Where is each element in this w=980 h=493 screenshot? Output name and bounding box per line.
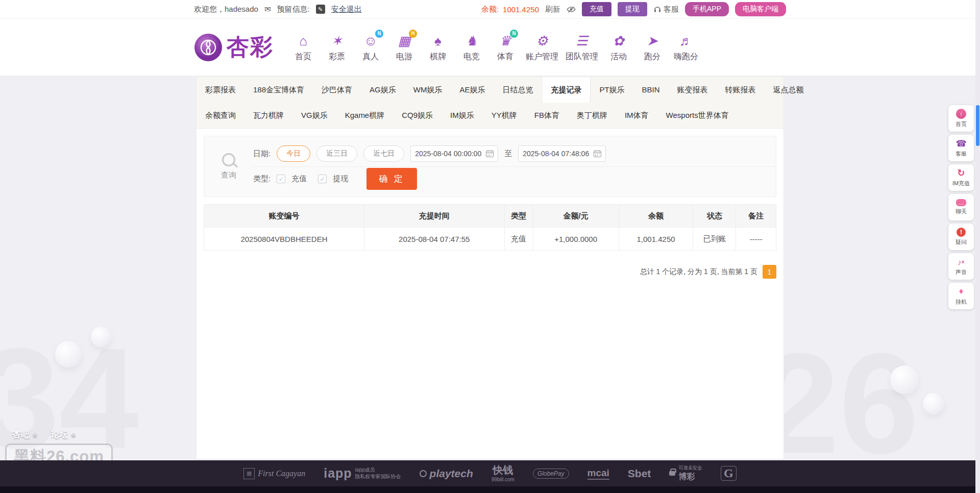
tab-item[interactable]: 余额查询 — [197, 103, 244, 128]
report-tabs: 彩票报表 188金宝博体育 沙巴体育 AG娱乐 WM娱乐 AE娱乐 日结总览 充… — [197, 77, 783, 129]
quick-date-3days[interactable]: 近三日 — [316, 145, 357, 162]
sidebar-im-recharge[interactable]: IM充值 — [948, 164, 974, 191]
calendar-icon — [486, 150, 494, 157]
refresh-link[interactable]: 刷新 — [545, 5, 560, 14]
tab-item[interactable]: 日结总览 — [494, 77, 542, 103]
page-1-button[interactable]: 1 — [763, 265, 776, 279]
balance-label: 余额: — [481, 5, 499, 14]
nav-item-sports[interactable]: N 体育 — [491, 31, 520, 64]
lottery-icon — [331, 34, 342, 47]
logo-text: 杏彩 — [227, 32, 274, 62]
nav-item-esports[interactable]: 电竞 — [457, 31, 486, 64]
customer-service-link[interactable]: 客服 — [653, 5, 679, 14]
playtech-logo-icon — [420, 470, 427, 477]
tab-item[interactable]: 瓦力棋牌 — [244, 103, 292, 128]
mobile-app-button[interactable]: 手机APP — [685, 2, 729, 16]
nav-item-egames[interactable]: H 电游 — [390, 31, 419, 64]
sidebar-hangup[interactable]: 挂机 — [948, 283, 974, 309]
tab-item[interactable]: 奥丁棋牌 — [568, 103, 616, 128]
tab-item[interactable]: AE娱乐 — [451, 77, 494, 103]
calendar-icon — [594, 150, 601, 157]
welcome-text: 欢迎您，hadesado — [194, 5, 258, 14]
partner-globepay: GlobePay — [533, 469, 569, 479]
nav-item-live-casino[interactable]: N 真人 — [356, 31, 385, 64]
partner-iapp: iapp iapp成员 隐私权专家国际协会 — [324, 466, 401, 481]
cell-status: 已到账 — [693, 228, 736, 251]
account-icon — [536, 34, 548, 47]
site-header: 杏彩 首页 彩票 N 真人 H 电游 棋牌 — [0, 19, 980, 76]
deposit-checkbox-label[interactable]: 充值 — [291, 174, 307, 184]
hangup-icon — [959, 286, 964, 297]
sidebar-question[interactable]: 疑问 — [948, 224, 974, 250]
cell-balance: 1,001.4250 — [619, 228, 693, 251]
tab-item[interactable]: 沙巴体育 — [313, 77, 361, 103]
tab-item[interactable]: IM体育 — [616, 103, 657, 128]
tab-item[interactable]: 188金宝博体育 — [244, 77, 313, 103]
tab-item[interactable]: 彩票报表 — [197, 77, 244, 103]
tab-item-active[interactable]: 充提记录 — [542, 77, 591, 103]
bottom-bar — [0, 486, 980, 493]
deposit-checkbox[interactable] — [277, 175, 285, 183]
tab-item[interactable]: FB体育 — [526, 103, 568, 128]
live-casino-icon — [364, 34, 378, 47]
tab-item[interactable]: 转账报表 — [717, 77, 765, 103]
scrollbar-thumb[interactable] — [976, 105, 979, 146]
col-header-amount: 金额/元 — [533, 205, 619, 228]
egames-icon — [398, 34, 411, 47]
sidebar-chat[interactable]: 聊天 — [948, 194, 974, 220]
sidebar-sound[interactable]: 声音 — [948, 253, 974, 280]
eye-off-icon[interactable] — [567, 6, 576, 13]
withdraw-checkbox[interactable] — [318, 175, 327, 183]
tab-item[interactable]: IM娱乐 — [442, 103, 483, 128]
mail-icon[interactable]: ✉ — [264, 5, 271, 14]
sidebar-home[interactable]: 首页 — [948, 105, 974, 132]
table-row: 20250804VBDBHEEDEH 2025-08-04 07:47:55 充… — [204, 228, 776, 251]
confirm-button[interactable]: 确 定 — [366, 168, 417, 190]
nav-item-cards[interactable]: 棋牌 — [424, 31, 452, 64]
tab-item[interactable]: 账变报表 — [669, 77, 717, 103]
nav-item-paofen[interactable]: 跑分 — [638, 31, 667, 64]
tab-item[interactable]: Kgame棋牌 — [336, 103, 394, 128]
date-to-field[interactable] — [518, 145, 606, 162]
nav-item-account-management[interactable]: 账户管理 — [525, 31, 559, 64]
withdraw-button[interactable]: 提现 — [618, 2, 647, 16]
tab-item[interactable]: WM娱乐 — [405, 77, 451, 103]
tab-item[interactable]: 返点总额 — [765, 77, 813, 103]
tab-item[interactable]: AG娱乐 — [361, 77, 405, 103]
pc-client-button[interactable]: 电脑客户端 — [735, 2, 786, 16]
tab-item[interactable]: Wesports世界体育 — [657, 103, 738, 128]
date-to-input[interactable] — [523, 150, 592, 158]
quick-date-today[interactable]: 今日 — [277, 145, 310, 162]
deposit-button[interactable]: 充值 — [582, 2, 611, 16]
decorative-ball — [91, 327, 111, 347]
question-icon — [957, 228, 966, 237]
site-logo[interactable]: 杏彩 — [194, 32, 274, 62]
tab-item[interactable]: VG娱乐 — [292, 103, 336, 128]
tab-item[interactable]: PT娱乐 — [591, 77, 633, 103]
nav-item-lottery[interactable]: 彩票 — [323, 31, 351, 64]
tab-item[interactable]: CQ9娱乐 — [393, 103, 442, 128]
nav-item-activity[interactable]: 活动 — [604, 31, 633, 64]
chat-icon — [956, 199, 966, 206]
quick-date-7days[interactable]: 近七日 — [363, 145, 404, 162]
partner-first-cagayan: ▦ First Cagayan — [243, 468, 305, 479]
nav-item-home[interactable]: 首页 — [289, 31, 317, 64]
sidebar-customer-service[interactable]: 客服 — [948, 135, 974, 161]
col-header-remark: 备注 — [736, 205, 776, 228]
edit-icon[interactable]: ✎ — [316, 5, 325, 14]
tab-item[interactable]: YY棋牌 — [483, 103, 526, 128]
tab-item[interactable]: BBIN — [633, 77, 669, 103]
nav-item-team-management[interactable]: 团队管理 — [565, 31, 599, 64]
customer-service-icon — [955, 138, 966, 149]
scrollbar-track[interactable] — [975, 0, 980, 493]
first-cagayan-logo-icon: ▦ — [243, 468, 255, 479]
col-header-time: 充提时间 — [364, 205, 504, 228]
topbar: 欢迎您，hadesado ✉ 预留信息: ✎ 安全退出 余额: 1001.425… — [0, 0, 980, 19]
col-header-balance: 余额 — [619, 205, 693, 228]
withdraw-checkbox-label[interactable]: 提现 — [333, 174, 348, 184]
date-from-input[interactable] — [415, 150, 484, 158]
hot-badge: H — [409, 30, 417, 38]
date-from-field[interactable] — [410, 145, 498, 162]
nav-item-hi-paofen[interactable]: 嗨跑分 — [672, 31, 700, 64]
logout-link[interactable]: 安全退出 — [331, 5, 362, 14]
